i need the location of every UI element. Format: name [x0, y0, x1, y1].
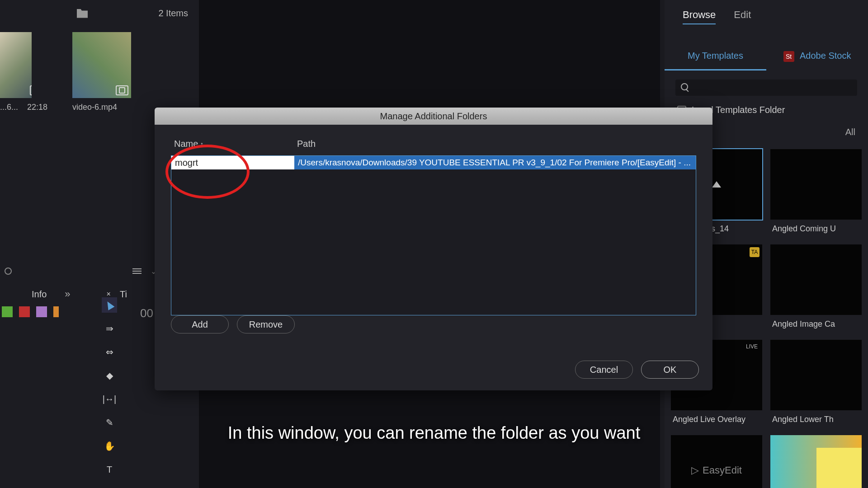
video-badge-icon — [116, 85, 128, 95]
stock-badge-icon: St — [783, 51, 794, 62]
source-tabs: My Templates St Adobe Stock — [665, 42, 868, 70]
thumbnail-image — [0, 32, 45, 98]
folder-icon[interactable] — [77, 9, 88, 18]
remove-button[interactable]: Remove — [237, 315, 295, 333]
manage-folders-dialog: Manage Additional Folders Name↑ Path mog… — [155, 108, 712, 390]
filter-all[interactable]: All — [845, 127, 855, 137]
triangle-icon — [712, 181, 721, 188]
hand-tool[interactable]: ✋ — [102, 438, 117, 454]
ripple-edit-tool[interactable]: ⇔ — [102, 344, 117, 360]
video-badge-icon — [30, 85, 42, 95]
folders-table: Name↑ Path mogrt /Users/krasnova/Downloa… — [171, 155, 696, 315]
cancel-button[interactable]: Cancel — [575, 361, 633, 379]
sticky-note-icon — [816, 448, 862, 488]
template-item[interactable]: Angled Lower Th — [770, 340, 862, 427]
color-chip[interactable] — [2, 306, 13, 317]
project-thumbnails: ...6... 22:18 video-6.mp4 — [0, 27, 199, 112]
project-header: 2 Items — [0, 0, 199, 27]
template-label: Angled Image Ca — [770, 315, 862, 332]
items-count: 2 Items — [158, 8, 188, 19]
folder-name-input[interactable]: mogrt — [171, 156, 294, 169]
zoom-handle-icon[interactable] — [5, 267, 12, 275]
template-thumb — [770, 149, 862, 220]
template-item[interactable] — [770, 435, 862, 488]
template-thumb — [770, 340, 862, 410]
edit-tab[interactable]: Edit — [734, 9, 751, 24]
folder-path-cell: /Users/krasnova/Downloads/39 YOUTUBE ESS… — [294, 156, 696, 169]
clip-name: ...6... — [0, 103, 18, 112]
dialog-title: Manage Additional Folders — [155, 108, 712, 125]
template-label: Angled Lower Th — [770, 410, 862, 427]
thumbnail-image — [72, 32, 131, 98]
template-item[interactable]: Angled Image Ca — [770, 244, 862, 332]
selection-tool[interactable] — [102, 297, 117, 313]
template-thumb — [770, 244, 862, 315]
play-icon: ▷ — [691, 465, 699, 476]
column-name-header[interactable]: Name↑ — [174, 139, 297, 149]
panel-tabs: Browse Edit — [665, 0, 868, 33]
template-thumb: ▷ EasyEdit — [671, 435, 762, 488]
template-label: Angled Live Overlay — [671, 410, 762, 427]
sort-asc-icon: ↑ — [200, 141, 203, 148]
slip-tool[interactable]: |↔| — [102, 391, 117, 407]
template-search-input[interactable] — [675, 80, 857, 96]
dialog-right-buttons: Cancel OK — [575, 361, 699, 379]
easyedit-label: EasyEdit — [703, 465, 742, 476]
color-chip[interactable] — [36, 306, 47, 317]
text-badge-icon: TA — [750, 247, 760, 257]
type-tool[interactable]: T — [102, 462, 117, 477]
clip-duration: 22:18 — [27, 103, 47, 112]
subtitle-caption: In this window, you can rename the folde… — [228, 423, 641, 443]
clip-thumb[interactable]: ...6... 22:18 — [0, 32, 59, 112]
expand-icon[interactable]: » — [65, 288, 70, 300]
browse-tab[interactable]: Browse — [683, 9, 716, 24]
track-select-tool[interactable]: ⇛ — [102, 321, 117, 336]
info-tab[interactable]: Info — [32, 289, 47, 300]
dialog-left-buttons: Add Remove — [171, 315, 295, 333]
razor-tool[interactable]: ◆ — [102, 368, 117, 383]
timeline-label: Ti — [120, 289, 127, 300]
live-tag: LIVE — [746, 343, 758, 350]
template-thumb — [770, 435, 862, 488]
table-header: Name↑ Path — [171, 139, 696, 149]
template-label: Angled Coming U — [770, 220, 862, 236]
ok-button[interactable]: OK — [641, 361, 699, 379]
column-path-header[interactable]: Path — [297, 139, 693, 149]
timeline-tools: ⇛ ⇔ ◆ |↔| ✎ ✋ T — [99, 293, 120, 477]
clip-thumb[interactable]: video-6.mp4 — [72, 32, 131, 112]
add-button[interactable]: Add — [171, 315, 229, 333]
list-view-icon[interactable] — [132, 268, 142, 274]
color-chip[interactable] — [53, 306, 59, 317]
template-item[interactable]: ▷ EasyEdit PRESENTS — [671, 435, 762, 488]
clip-name: video-6.mp4 — [72, 103, 117, 112]
search-icon — [681, 83, 690, 92]
adobe-stock-tab[interactable]: St Adobe Stock — [766, 42, 868, 70]
table-row[interactable]: mogrt /Users/krasnova/Downloads/39 YOUTU… — [171, 156, 696, 169]
my-templates-tab[interactable]: My Templates — [665, 42, 766, 70]
timecode-display: 00 — [140, 306, 153, 320]
pen-tool[interactable]: ✎ — [102, 415, 117, 430]
label-colors — [0, 306, 59, 317]
color-chip[interactable] — [19, 306, 30, 317]
template-item[interactable]: Angled Coming U — [770, 149, 862, 236]
